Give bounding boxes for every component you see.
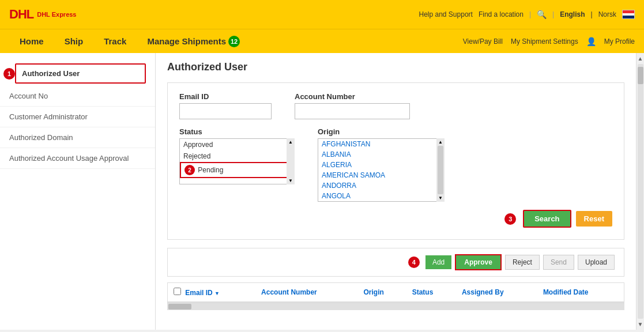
origin-option-3[interactable]: AMERICAN SAMOA <box>318 170 444 180</box>
horizontal-scrollbar[interactable] <box>167 303 624 310</box>
email-id-col-label: Email ID <box>185 289 212 297</box>
search-form: Email ID Account Number Status Approved <box>167 82 624 240</box>
approve-button[interactable]: Approve <box>455 254 502 270</box>
reject-button[interactable]: Reject <box>505 255 540 270</box>
language-norsk[interactable]: Norsk <box>598 10 616 18</box>
table-section: Email ID Account Number Origin Status As <box>167 282 624 303</box>
data-table: Email ID Account Number Origin Status As <box>168 283 624 303</box>
sidebar: 1 Authorized User Account No Customer Ad… <box>0 53 156 330</box>
separator-3: | <box>591 10 593 18</box>
modified-date-col-label: Modified Date <box>543 288 589 296</box>
status-group: Status Approved Rejected 2 Pending ▲ <box>179 127 295 184</box>
search-icon-header[interactable]: 🔍 <box>537 10 547 19</box>
account-number-input[interactable] <box>295 103 410 119</box>
main-container: 1 Authorized User Account No Customer Ad… <box>0 53 644 330</box>
manage-shipments-badge: 12 <box>228 36 240 47</box>
email-id-input[interactable] <box>179 103 272 119</box>
action-section: 4 Add Approve Reject Send Upload <box>167 248 624 277</box>
account-no-label: Account No <box>9 92 48 100</box>
origin-scroll-up[interactable]: ▲ <box>438 139 443 145</box>
origin-option-0[interactable]: AFGHANISTAN <box>318 139 444 149</box>
add-button[interactable]: Add <box>425 255 451 269</box>
nav-home[interactable]: Home <box>9 32 54 51</box>
status-label: Status <box>179 127 295 136</box>
vertical-scrollbar[interactable]: ▲ ▼ <box>636 53 644 330</box>
manage-shipments-label: Manage Shipments <box>147 36 226 46</box>
step-4-badge: 4 <box>408 256 420 268</box>
th-account-number: Account Number <box>255 283 357 302</box>
step-3-badge: 3 <box>504 213 516 225</box>
status-col-label: Status <box>412 288 434 296</box>
navbar: Home Ship Track Manage Shipments 12 View… <box>0 29 644 53</box>
status-listbox[interactable]: Approved Rejected 2 Pending <box>179 138 295 184</box>
th-email-id[interactable]: Email ID <box>168 283 255 302</box>
origin-col-label: Origin <box>364 288 384 296</box>
status-option-pending[interactable]: 2 Pending <box>180 162 294 178</box>
sidebar-item-authorized-account-usage[interactable]: Authorized Account Usage Approval <box>0 148 155 169</box>
pending-label: Pending <box>198 166 223 174</box>
nav-track[interactable]: Track <box>93 32 137 51</box>
th-assigned-by: Assigned By <box>456 283 537 302</box>
account-number-col-label: Account Number <box>261 288 317 296</box>
my-shipment-settings-link[interactable]: My Shipment Settings <box>511 37 578 46</box>
th-modified-date: Modified Date <box>537 283 624 302</box>
header-left: DHL DHL Express <box>9 7 77 22</box>
origin-option-5[interactable]: ANGOLA <box>318 191 444 201</box>
nav-manage-shipments[interactable]: Manage Shipments 12 <box>137 31 250 52</box>
scroll-handle[interactable] <box>638 67 643 84</box>
sidebar-item-account-no[interactable]: Account No <box>0 86 155 107</box>
flag-icon <box>622 10 635 19</box>
nav-ship[interactable]: Ship <box>54 32 94 51</box>
step-1-badge: 1 <box>3 68 15 80</box>
origin-option-4[interactable]: ANDORRA <box>318 180 444 191</box>
status-scroll-up[interactable]: ▲ <box>288 139 293 145</box>
nav-right: View/Pay Bill My Shipment Settings 👤 My … <box>463 37 635 46</box>
scroll-up-arrow[interactable]: ▲ <box>638 54 643 63</box>
origin-option-1[interactable]: ALBANIA <box>318 149 444 160</box>
status-scroll-down[interactable]: ▼ <box>288 178 293 183</box>
help-support-link[interactable]: Help and Support <box>419 10 472 18</box>
header: DHL DHL Express Help and Support Find a … <box>0 0 644 29</box>
origin-option-6[interactable]: ANGUILLA <box>318 201 444 202</box>
button-row: 3 Search Reset <box>179 210 612 228</box>
account-number-label: Account Number <box>295 92 410 101</box>
step-2-badge: 2 <box>184 165 195 175</box>
nav-left: Home Ship Track Manage Shipments 12 <box>9 31 250 52</box>
separator-1: | <box>529 10 531 18</box>
form-row-1: Email ID Account Number <box>179 92 612 119</box>
email-id-label: Email ID <box>179 92 272 101</box>
status-option-rejected[interactable]: Rejected <box>180 150 294 162</box>
sidebar-item-customer-admin[interactable]: Customer Administrator <box>0 107 155 127</box>
origin-label: Origin <box>318 127 445 136</box>
send-button[interactable]: Send <box>543 255 574 270</box>
select-all-checkbox[interactable] <box>174 288 181 295</box>
my-profile-link[interactable]: My Profile <box>604 37 635 46</box>
action-row: 4 Add Approve Reject Send Upload <box>177 254 615 270</box>
find-location-link[interactable]: Find a location <box>479 10 524 18</box>
customer-admin-label: Customer Administrator <box>9 112 88 121</box>
scroll-thumb[interactable] <box>168 304 191 310</box>
upload-button[interactable]: Upload <box>578 255 615 270</box>
authorized-account-usage-label: Authorized Account Usage Approval <box>9 154 129 163</box>
assigned-by-col-label: Assigned By <box>462 288 504 296</box>
scroll-down-arrow[interactable]: ▼ <box>638 320 643 329</box>
origin-listbox[interactable]: AFGHANISTAN ALBANIA ALGERIA AMERICAN SAM… <box>318 138 445 202</box>
origin-option-2[interactable]: ALGERIA <box>318 160 444 170</box>
profile-icon: 👤 <box>586 37 596 46</box>
dhl-express-label: DHL Express <box>37 11 76 18</box>
scroll-track[interactable] <box>638 64 643 319</box>
language-english[interactable]: English <box>560 10 585 18</box>
th-origin: Origin <box>358 283 406 302</box>
sidebar-item-authorized-user[interactable]: Authorized User <box>15 63 146 84</box>
origin-scroll-down[interactable]: ▼ <box>438 195 443 201</box>
status-option-approved[interactable]: Approved <box>180 139 294 150</box>
table-header-row: Email ID Account Number Origin Status As <box>168 283 624 302</box>
dhl-logo-text: DHL <box>9 7 33 22</box>
reset-button[interactable]: Reset <box>576 211 612 227</box>
search-button[interactable]: Search <box>523 210 571 228</box>
view-pay-bill-link[interactable]: View/Pay Bill <box>463 37 503 46</box>
content-area: Authorized User Email ID Account Number … <box>156 53 636 330</box>
th-status: Status <box>406 283 456 302</box>
sidebar-item-authorized-domain[interactable]: Authorized Domain <box>0 127 155 148</box>
email-id-group: Email ID <box>179 92 272 119</box>
